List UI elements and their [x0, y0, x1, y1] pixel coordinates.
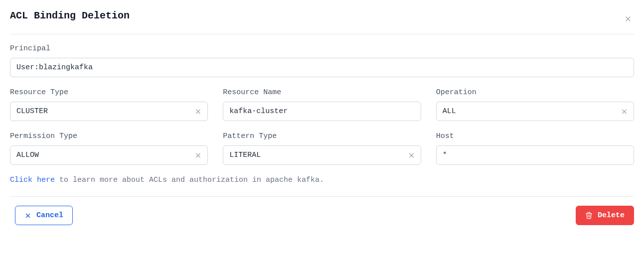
input-wrap-principal — [10, 58, 634, 77]
group-permission-type: Permission Type — [10, 132, 208, 165]
clear-resource-type-button[interactable] — [192, 106, 204, 117]
group-principal: Principal — [10, 44, 634, 77]
cancel-button[interactable]: Cancel — [15, 206, 73, 225]
info-rest-text: to learn more about ACLs and authorizati… — [55, 176, 324, 184]
group-host: Host — [436, 132, 634, 165]
permission-type-input[interactable] — [10, 145, 208, 165]
input-wrap-host — [436, 145, 634, 165]
label-permission-type: Permission Type — [10, 132, 208, 140]
info-line: Click here to learn more about ACLs and … — [10, 176, 634, 197]
label-operation: Operation — [436, 88, 634, 97]
label-pattern-type: Pattern Type — [223, 132, 421, 140]
clear-pattern-type-button[interactable] — [406, 149, 417, 161]
host-input[interactable] — [436, 145, 634, 165]
label-resource-name: Resource Name — [223, 88, 421, 97]
clear-operation-button[interactable] — [619, 106, 630, 117]
input-wrap-resource-type — [10, 102, 208, 121]
delete-button[interactable]: Delete — [576, 206, 634, 225]
cancel-button-label: Cancel — [36, 211, 63, 220]
label-host: Host — [436, 132, 634, 140]
dialog-footer: Cancel Delete — [10, 197, 634, 225]
label-principal: Principal — [10, 44, 634, 53]
dialog-title: ACL Binding Deletion — [10, 10, 130, 21]
resource-name-input[interactable] — [223, 102, 421, 121]
input-wrap-operation — [436, 102, 634, 121]
dialog-header: ACL Binding Deletion — [10, 10, 634, 34]
group-resource-name: Resource Name — [223, 88, 421, 121]
resource-type-input[interactable] — [10, 102, 208, 121]
group-operation: Operation — [436, 88, 634, 121]
close-button[interactable] — [622, 13, 634, 25]
trash-icon — [585, 212, 593, 219]
close-icon — [194, 151, 202, 159]
close-icon — [194, 108, 202, 115]
close-icon — [24, 212, 31, 219]
delete-button-label: Delete — [598, 211, 625, 220]
acl-deletion-dialog: ACL Binding Deletion Principal Resource … — [0, 0, 644, 235]
label-resource-type: Resource Type — [10, 88, 208, 97]
group-resource-type: Resource Type — [10, 88, 208, 121]
close-icon — [408, 151, 415, 159]
input-wrap-permission-type — [10, 145, 208, 165]
row-permission: Permission Type Pattern Type Host — [10, 132, 634, 165]
clear-permission-type-button[interactable] — [192, 149, 204, 161]
principal-input[interactable] — [10, 58, 634, 77]
group-pattern-type: Pattern Type — [223, 132, 421, 165]
operation-input[interactable] — [436, 102, 634, 121]
close-icon — [621, 108, 628, 115]
row-resource: Resource Type Resource Name Operation — [10, 88, 634, 121]
input-wrap-pattern-type — [223, 145, 421, 165]
close-icon — [624, 15, 632, 23]
acl-docs-link[interactable]: Click here — [10, 176, 55, 184]
row-principal: Principal — [10, 44, 634, 77]
input-wrap-resource-name — [223, 102, 421, 121]
pattern-type-input[interactable] — [223, 145, 421, 165]
